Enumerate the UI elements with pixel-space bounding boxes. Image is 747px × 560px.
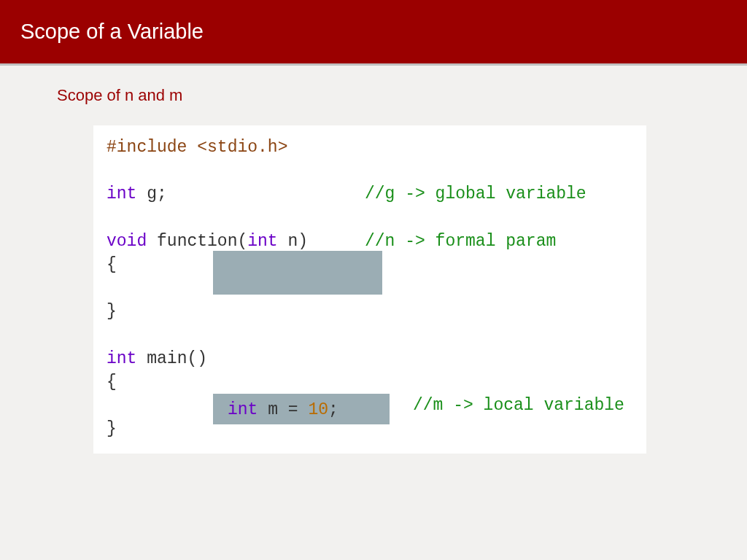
code-line-local-m: int m = 10; (228, 398, 338, 421)
code-line-include: #include <stdio.h> (107, 136, 633, 159)
code-line-funcbody (107, 276, 633, 300)
header-title: Scope of a Variable (20, 20, 204, 44)
identifier-function: function( (147, 232, 247, 251)
identifier-g: g; (136, 184, 166, 203)
code-line-local-row: //m -> local variable (107, 394, 633, 417)
code-line-brace-open: { (107, 370, 633, 394)
keyword-void: void (107, 232, 147, 251)
comment-param: //n -> formal param (365, 230, 556, 253)
code-line-maindecl: int main() (107, 347, 633, 370)
code-line-global: int g;//g -> global variable (107, 182, 633, 206)
code-line-funcdecl: void function(int n)//n -> formal param (107, 230, 633, 253)
identifier-param-n: n) (278, 232, 308, 251)
comment-global: //g -> global variable (365, 182, 587, 206)
number-ten: 10 (308, 400, 328, 419)
code-line-brace-open: { (107, 253, 633, 276)
include-file: <stdio.h> (197, 138, 287, 157)
identifier-main: main() (136, 349, 207, 368)
semicolon: ; (328, 400, 338, 419)
brace-open: { (107, 255, 117, 274)
code-line-blank (107, 324, 633, 347)
subtitle: Scope of n and m (0, 66, 747, 105)
code-block: #include <stdio.h> int g;//g -> global v… (93, 125, 646, 454)
brace-close: } (107, 419, 117, 438)
keyword-int-main: int (107, 349, 136, 368)
code-line-brace-close: } (107, 300, 633, 323)
comment-local: //m -> local variable (413, 394, 624, 417)
brace-open: { (107, 373, 117, 392)
keyword-int-param: int (247, 232, 277, 251)
keyword-int: int (107, 184, 136, 203)
code-line-blank (107, 206, 633, 230)
identifier-m: m (258, 400, 287, 419)
operator-assign: = (288, 400, 309, 419)
code-line-blank (107, 159, 633, 182)
code-line-brace-close: } (107, 417, 633, 440)
header-bar: Scope of a Variable (0, 0, 747, 66)
brace-close: } (107, 302, 117, 321)
keyword-int-local: int (228, 400, 258, 419)
preprocessor-dir: #include (107, 138, 197, 157)
